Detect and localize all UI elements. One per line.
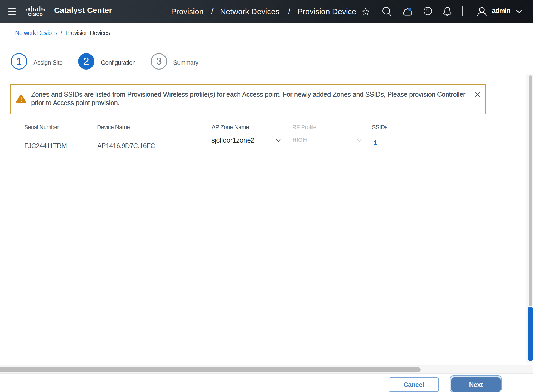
svg-text:cisco: cisco [28,11,43,17]
